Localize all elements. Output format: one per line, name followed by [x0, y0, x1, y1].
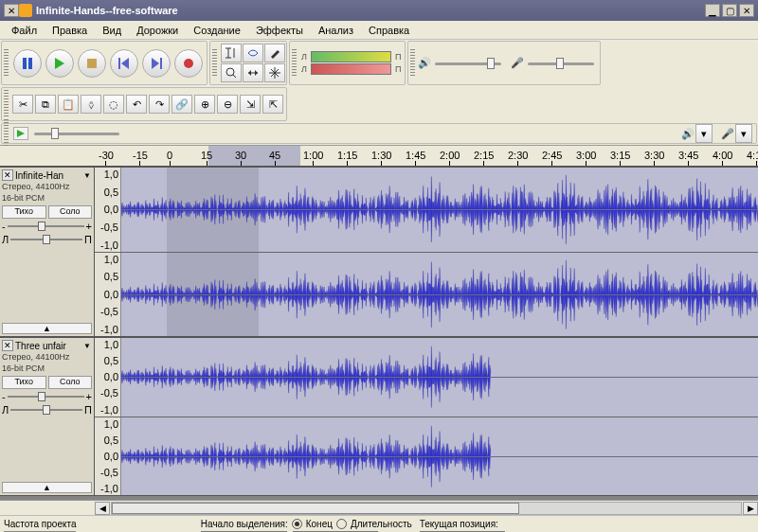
track-close-button[interactable]: ✕ [2, 169, 13, 181]
timeshift-tool-icon[interactable] [243, 63, 263, 82]
mute-button[interactable]: Тихо [2, 376, 46, 389]
zoom-out-icon[interactable]: ⊖ [217, 95, 238, 114]
skip-end-button[interactable] [142, 49, 171, 78]
input-volume-slider[interactable] [528, 57, 594, 70]
track-control-panel[interactable]: ✕Three unfair▼Стерео, 44100Hz16-bit PCMТ… [0, 338, 95, 495]
svg-rect-6 [160, 58, 162, 69]
menu-help[interactable]: Справка [361, 23, 417, 38]
ruler-tick: 45 [269, 150, 280, 166]
zoom-tool-icon[interactable] [221, 63, 242, 82]
collapse-button[interactable]: ▲ [2, 482, 92, 493]
meter-right-label: П [395, 64, 401, 74]
track-format-info: Стерео, 44100Hz [2, 183, 92, 192]
record-button[interactable] [174, 49, 203, 78]
selection-start-label: Начало выделения: [201, 519, 288, 529]
grip-icon[interactable] [4, 90, 9, 118]
track-name[interactable]: Three unfair [15, 341, 82, 351]
scroll-left-icon[interactable]: ◀ [95, 502, 110, 515]
track: ✕Three unfair▼Стерео, 44100Hz16-bit PCMТ… [0, 337, 758, 496]
grip-icon[interactable] [292, 49, 297, 78]
menu-file[interactable]: Файл [4, 23, 45, 38]
undo-icon[interactable]: ↶ [126, 95, 147, 114]
track-menu-chevron-icon[interactable]: ▼ [82, 170, 92, 180]
multi-tool-icon[interactable] [264, 63, 285, 82]
ruler-corner [0, 146, 95, 167]
scroll-right-icon[interactable]: ▶ [743, 502, 758, 515]
timeline-ruler[interactable]: -30-1501530451:001:151:301:452:002:152:3… [95, 146, 758, 167]
menu-analyze[interactable]: Анализ [311, 23, 361, 38]
draw-tool-icon[interactable] [264, 44, 285, 62]
horizontal-scrollbar[interactable]: ◀ ▶ [0, 500, 758, 515]
menu-effects[interactable]: Эффекты [248, 23, 311, 38]
playback-meter[interactable] [311, 51, 391, 62]
ruler-tick: 3:15 [610, 150, 630, 166]
pan-slider[interactable] [10, 405, 82, 415]
menu-generate[interactable]: Создание [186, 23, 248, 38]
audio-position-label: Текущая позиция: [420, 519, 506, 529]
waveform-channel[interactable]: 1,00,50,0-0,5-1,0 [95, 253, 758, 337]
track-menu-chevron-icon[interactable]: ▼ [82, 341, 92, 350]
window-title: Infinite-Hands--free-software [36, 5, 705, 16]
stop-button[interactable] [78, 49, 106, 78]
menu-edit[interactable]: Правка [45, 23, 95, 38]
maximize-icon[interactable]: ▢ [722, 4, 737, 17]
mute-button[interactable]: Тихо [2, 205, 46, 219]
selection-tool-icon[interactable] [221, 44, 242, 62]
paste-icon[interactable]: 📋 [58, 95, 79, 114]
solo-button[interactable]: Соло [48, 376, 93, 389]
fit-project-icon[interactable]: ⇱ [262, 95, 283, 114]
title-bar: ✕ Infinite-Hands--free-software ▁ ▢ ✕ [0, 0, 758, 21]
end-radio[interactable] [292, 519, 302, 529]
grip-icon[interactable] [4, 49, 9, 78]
play-speed-slider[interactable] [34, 127, 119, 140]
input-device-dropdown[interactable]: ▾ [735, 124, 752, 143]
collapse-button[interactable]: ▲ [2, 323, 92, 334]
length-radio-label: Длительность [351, 519, 412, 529]
waveform-channel[interactable]: 1,00,50,0-0,5-1,0 [95, 417, 758, 496]
menu-view[interactable]: Вид [95, 23, 129, 38]
ruler-tick: 1:45 [406, 150, 425, 166]
record-meter[interactable] [311, 63, 391, 75]
amplitude-scale: 1,00,50,0-0,5-1,0 [95, 338, 121, 417]
skip-start-button[interactable] [110, 49, 138, 78]
play-at-speed-button[interactable] [13, 127, 28, 140]
trim-icon[interactable]: ⎀ [81, 95, 101, 114]
play-button[interactable] [45, 49, 74, 78]
transport-toolbar [1, 41, 208, 85]
gain-slider[interactable] [8, 392, 84, 401]
sync-lock-icon[interactable]: 🔗 [171, 95, 192, 114]
gain-slider[interactable] [8, 222, 84, 231]
redo-icon[interactable]: ↷ [149, 95, 170, 114]
track-name[interactable]: Infinite-Han [15, 170, 82, 181]
silence-icon[interactable]: ◌ [103, 95, 124, 114]
fit-selection-icon[interactable]: ⇲ [240, 95, 261, 114]
track-control-panel[interactable]: ✕Infinite-Han▼Стерео, 44100Hz16-bit PCMТ… [0, 168, 95, 336]
window-close-icon[interactable]: ✕ [739, 4, 754, 17]
grip-icon[interactable] [410, 49, 415, 78]
pan-slider[interactable] [10, 235, 82, 244]
grip-icon[interactable] [212, 49, 217, 78]
close-icon[interactable]: ✕ [4, 4, 19, 17]
solo-button[interactable]: Соло [48, 205, 93, 219]
track-close-button[interactable]: ✕ [2, 340, 13, 351]
copy-icon[interactable]: ⧉ [35, 95, 56, 114]
speaker-icon: 🔊 [418, 57, 431, 69]
menu-tracks[interactable]: Дорожки [129, 23, 186, 38]
scroll-trough[interactable] [111, 502, 742, 515]
cut-icon[interactable]: ✂ [12, 95, 33, 114]
zoom-in-icon[interactable]: ⊕ [194, 95, 215, 114]
waveform-channel[interactable]: 1,00,50,0-0,5-1,0 [95, 338, 758, 417]
ruler-tick: -15 [133, 150, 148, 166]
ruler-tick: 3:00 [576, 150, 596, 166]
waveform-channel[interactable]: 1,00,50,0-0,5-1,0 [95, 168, 758, 253]
scroll-thumb[interactable] [112, 503, 519, 514]
output-volume-slider[interactable] [435, 57, 501, 70]
envelope-tool-icon[interactable] [243, 44, 263, 62]
length-radio[interactable] [336, 519, 347, 529]
output-device-dropdown[interactable]: ▾ [695, 124, 713, 143]
amplitude-scale: 1,00,50,0-0,5-1,0 [95, 417, 121, 496]
pause-button[interactable] [13, 49, 42, 78]
grip-icon[interactable] [4, 119, 9, 148]
mic-icon: 🎤 [721, 128, 734, 140]
minimize-icon[interactable]: ▁ [705, 4, 720, 17]
